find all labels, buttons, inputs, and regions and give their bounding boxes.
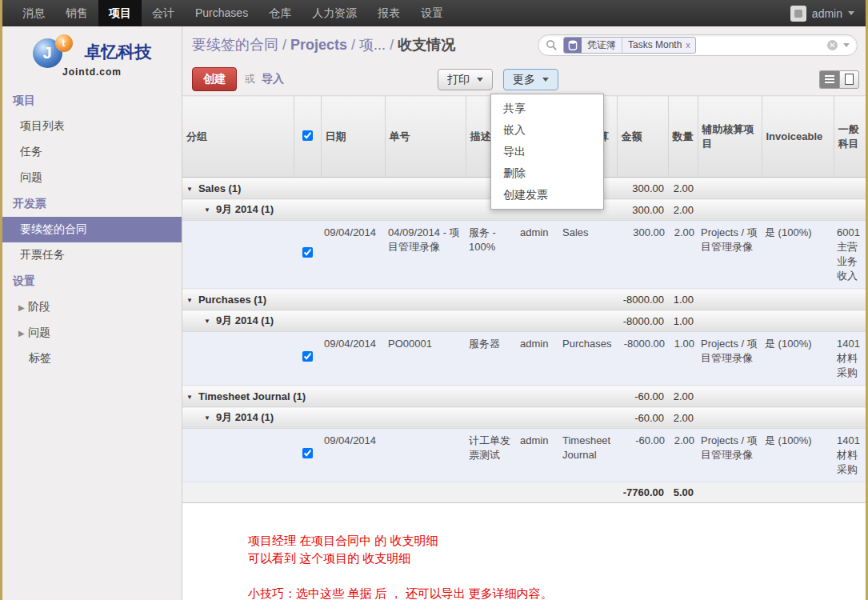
menu-settings[interactable]: 设置: [410, 0, 454, 26]
cell-analytic: Projects / 项目管理录像: [698, 332, 762, 386]
group-row[interactable]: ▼Purchases (1)-8000.001.00: [182, 289, 866, 310]
row-checkbox[interactable]: [302, 448, 313, 458]
cell-ref: [385, 429, 466, 482]
company-logo: J t 卓忆科技 Jointd.com: [2, 26, 182, 87]
group-row[interactable]: ▼9月 2014 (1)-8000.001.00: [182, 310, 866, 332]
group-qty: 2.00: [668, 178, 698, 199]
print-button[interactable]: 打印: [438, 69, 493, 90]
group-cell[interactable]: ▼9月 2014 (1): [182, 310, 617, 332]
breadcrumb-link-projects[interactable]: Projects: [290, 37, 347, 53]
collapse-icon[interactable]: ▼: [204, 318, 210, 325]
sidebar-item-project-list[interactable]: 项目列表: [2, 114, 182, 139]
menu-item-create-invoice[interactable]: 创建发票: [491, 184, 603, 206]
col-qty[interactable]: 数量: [668, 96, 698, 178]
sidebar-item-tasks[interactable]: 任务: [2, 139, 182, 165]
sidebar-item-tags[interactable]: 标签: [2, 346, 182, 371]
breadcrumb-link-contracts[interactable]: 要续签的合同: [192, 37, 278, 53]
total-amount: -7760.00: [617, 482, 668, 503]
search-facet-journal[interactable]: 凭证簿 Tasks Month x: [563, 37, 696, 54]
table-row[interactable]: 09/04/2014PO00001服务器adminPurchases-8000.…: [182, 332, 866, 386]
group-cell[interactable]: ▼9月 2014 (1): [182, 407, 617, 429]
breadcrumb-link-truncated[interactable]: 项...: [359, 37, 386, 53]
group-label: 9月 2014 (1): [216, 314, 274, 326]
search-dropdown-icon[interactable]: [843, 43, 850, 47]
chevron-down-icon: [848, 11, 854, 15]
cell-select[interactable]: [294, 332, 321, 386]
logo-title: 卓忆科技: [85, 41, 152, 63]
cell-qty: 2.00: [668, 429, 698, 482]
form-view-button[interactable]: [839, 70, 859, 89]
menu-hr[interactable]: 人力资源: [302, 0, 367, 26]
cell-desc: 服务器: [466, 332, 517, 386]
create-button[interactable]: 创建: [192, 67, 237, 91]
col-group[interactable]: 分组: [182, 96, 294, 178]
col-account[interactable]: 一般科目: [834, 96, 866, 178]
menu-item-delete[interactable]: 删除: [491, 162, 603, 184]
sidebar-section-invoicing: 开发票: [2, 190, 182, 217]
cell-group: [182, 221, 294, 289]
group-row[interactable]: ▼9月 2014 (1)-60.002.00: [182, 407, 866, 429]
cell-invoiceable: 是 (100%): [762, 429, 834, 482]
menu-item-share[interactable]: 共享: [491, 98, 603, 119]
group-pad: [698, 289, 866, 310]
group-pad: [698, 178, 866, 199]
menu-item-export[interactable]: 导出: [491, 141, 603, 162]
table-row[interactable]: 09/04/201404/09/2014 - 项目管理录像服务 - 100%ad…: [182, 221, 866, 289]
search-clear-icon[interactable]: ✕: [827, 40, 838, 50]
cell-select[interactable]: [294, 429, 321, 482]
menu-warehouse[interactable]: 仓库: [258, 0, 302, 26]
cell-qty: 1.00: [668, 332, 698, 386]
group-qty: 2.00: [668, 386, 698, 407]
row-checkbox[interactable]: [302, 351, 313, 362]
group-amount: -60.00: [617, 386, 668, 407]
col-date[interactable]: 日期: [321, 96, 385, 178]
cell-user: admin: [517, 332, 559, 386]
menu-accounting[interactable]: 会计: [142, 0, 185, 26]
facet-remove-icon[interactable]: x: [686, 40, 695, 50]
cell-select[interactable]: [294, 221, 321, 289]
col-ref[interactable]: 单号: [385, 96, 466, 178]
select-all-checkbox[interactable]: [302, 130, 313, 141]
group-cell[interactable]: ▼Timesheet Journal (1): [182, 386, 617, 407]
col-amount[interactable]: 金额: [617, 96, 668, 178]
menu-purchases[interactable]: Purchases: [185, 0, 258, 26]
facet-value: Tasks Month: [622, 38, 686, 53]
cell-invoiceable: 是 (100%): [762, 332, 834, 386]
collapse-icon[interactable]: ▼: [204, 414, 210, 422]
menu-project[interactable]: 项目: [98, 0, 142, 26]
group-row[interactable]: ▼Timesheet Journal (1)-60.002.00: [182, 386, 866, 407]
group-qty: 1.00: [668, 289, 698, 310]
list-view-button[interactable]: [819, 70, 839, 89]
row-checkbox[interactable]: [302, 247, 313, 258]
menu-messages[interactable]: 消息: [12, 0, 55, 26]
group-pad: [698, 407, 866, 429]
more-dropdown-menu: 共享 嵌入 导出 删除 创建发票: [490, 94, 604, 210]
collapse-icon[interactable]: ▼: [204, 206, 210, 214]
col-select-all[interactable]: [294, 96, 321, 178]
collapse-icon[interactable]: ▼: [186, 394, 193, 401]
table-row[interactable]: 09/04/2014计工单发票测试adminTimesheet Journal-…: [182, 429, 866, 482]
search-input[interactable]: 凭证簿 Tasks Month x ✕: [538, 34, 858, 56]
more-button[interactable]: 更多: [503, 69, 558, 90]
sidebar-item-invoice-tasks[interactable]: 开票任务: [2, 242, 182, 268]
collapse-icon[interactable]: ▼: [186, 297, 193, 304]
sidebar-section-settings: 设置: [2, 268, 182, 294]
col-invoiceable[interactable]: Invoiceable: [762, 96, 834, 178]
collapse-icon[interactable]: ▼: [186, 186, 193, 193]
user-menu[interactable]: admin: [790, 0, 866, 26]
cell-amount: -8000.00: [617, 332, 668, 386]
sidebar-item-stages[interactable]: ▶阶段: [2, 294, 182, 320]
group-cell[interactable]: ▼Purchases (1): [182, 289, 617, 310]
col-analytic[interactable]: 辅助核算项目: [698, 96, 762, 178]
cell-analytic: Projects / 项目管理录像: [698, 429, 762, 482]
cell-ref: 04/09/2014 - 项目管理录像: [385, 221, 466, 289]
import-link[interactable]: 导入: [262, 72, 284, 86]
menu-reports[interactable]: 报表: [367, 0, 410, 26]
sidebar-item-issues[interactable]: 问题: [2, 165, 182, 190]
sidebar-item-contracts-to-renew[interactable]: 要续签的合同: [2, 217, 182, 242]
menu-sales[interactable]: 销售: [55, 0, 98, 26]
menu-item-embed[interactable]: 嵌入: [491, 119, 603, 141]
app-window: 消息 销售 项目 会计 Purchases 仓库 人力资源 报表 设置 admi…: [0, 0, 868, 600]
sidebar-item-issue-settings[interactable]: ▶问题: [2, 320, 182, 346]
cell-journal: Timesheet Journal: [559, 429, 617, 482]
